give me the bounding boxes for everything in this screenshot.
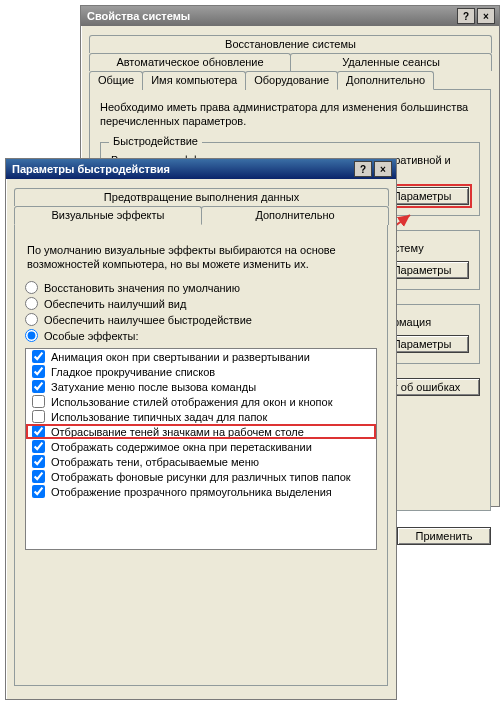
perf-radio-input-2[interactable] — [25, 313, 38, 326]
visual-effect-label-8: Отображать фоновые рисунки для различных… — [51, 471, 351, 483]
perf-radio-0[interactable]: Восстановить значения по умолчанию — [25, 281, 377, 294]
visual-effect-label-1: Гладкое прокручивание списков — [51, 366, 215, 378]
perf-tabrow-1: Предотвращение выполнения данных — [14, 187, 388, 205]
perf-tabpage: По умолчанию визуальные эффекты выбирают… — [14, 224, 388, 686]
visual-effect-checkbox-6[interactable] — [32, 440, 45, 453]
sysprops-tabrow-1: Восстановление системы — [89, 34, 491, 52]
perf-tabrow-2: Визуальные эффекты Дополнительно — [14, 205, 388, 224]
visual-effect-checkbox-7[interactable] — [32, 455, 45, 468]
visual-effects-list[interactable]: Анимация окон при свертывании и разверты… — [25, 348, 377, 550]
tab-perf-advanced[interactable]: Дополнительно — [201, 206, 389, 225]
performance-options-body: Предотвращение выполнения данных Визуаль… — [6, 179, 396, 694]
tab-auto-update[interactable]: Автоматическое обновление — [89, 53, 291, 71]
visual-effect-label-9: Отображение прозрачного прямоугольника в… — [51, 486, 332, 498]
visual-effect-label-5: Отбрасывание теней значками на рабочем с… — [51, 426, 304, 438]
visual-effect-checkbox-4[interactable] — [32, 410, 45, 423]
visual-effect-item-6[interactable]: Отображать содержимое окна при перетаски… — [26, 439, 376, 454]
tab-general[interactable]: Общие — [89, 71, 143, 90]
visual-effect-checkbox-3[interactable] — [32, 395, 45, 408]
perf-radio-label-1: Обеспечить наилучший вид — [44, 298, 186, 310]
visual-effect-checkbox-9[interactable] — [32, 485, 45, 498]
performance-options-titlebar: Параметры быстродействия ? × — [6, 159, 396, 179]
close-button[interactable]: × — [477, 8, 495, 24]
visual-effect-item-9[interactable]: Отображение прозрачного прямоугольника в… — [26, 484, 376, 499]
sysprops-intro: Необходимо иметь права администратора дл… — [100, 100, 480, 128]
sysprops-tabrow-2: Автоматическое обновление Удаленные сеан… — [89, 52, 491, 70]
visual-effect-label-6: Отображать содержимое окна при перетаски… — [51, 441, 312, 453]
perf-radio-group: Восстановить значения по умолчаниюОбеспе… — [25, 281, 377, 342]
tab-visual-effects[interactable]: Визуальные эффекты — [14, 206, 202, 225]
perf-radio-label-0: Восстановить значения по умолчанию — [44, 282, 240, 294]
perf-radio-1[interactable]: Обеспечить наилучший вид — [25, 297, 377, 310]
visual-effect-checkbox-0[interactable] — [32, 350, 45, 363]
visual-effect-checkbox-2[interactable] — [32, 380, 45, 393]
perf-intro-text: По умолчанию визуальные эффекты выбирают… — [27, 243, 375, 271]
tab-remote[interactable]: Удаленные сеансы — [290, 53, 492, 71]
visual-effect-item-4[interactable]: Использование типичных задач для папок — [26, 409, 376, 424]
visual-effect-item-1[interactable]: Гладкое прокручивание списков — [26, 364, 376, 379]
visual-effect-label-2: Затухание меню после вызова команды — [51, 381, 256, 393]
visual-effect-item-7[interactable]: Отображать тени, отбрасываемые меню — [26, 454, 376, 469]
perf-radio-input-0[interactable] — [25, 281, 38, 294]
perf-close-button[interactable]: × — [374, 161, 392, 177]
visual-effect-checkbox-1[interactable] — [32, 365, 45, 378]
visual-effect-checkbox-5[interactable] — [32, 425, 45, 438]
visual-effect-checkbox-8[interactable] — [32, 470, 45, 483]
visual-effect-label-3: Использование стилей отображения для око… — [51, 396, 332, 408]
system-properties-title: Свойства системы — [87, 10, 190, 22]
visual-effect-label-4: Использование типичных задач для папок — [51, 411, 267, 423]
visual-effect-item-3[interactable]: Использование стилей отображения для око… — [26, 394, 376, 409]
visual-effect-item-5[interactable]: Отбрасывание теней значками на рабочем с… — [26, 424, 376, 439]
performance-options-window: Параметры быстродействия ? × Предотвраще… — [5, 158, 397, 700]
perf-button-bar: OK Отмена Применить — [6, 694, 396, 701]
tab-hardware[interactable]: Оборудование — [245, 71, 338, 90]
perf-radio-label-3: Особые эффекты: — [44, 330, 138, 342]
visual-effect-item-8[interactable]: Отображать фоновые рисунки для различных… — [26, 469, 376, 484]
visual-effect-label-0: Анимация окон при свертывании и разверты… — [51, 351, 310, 363]
system-properties-titlebar: Свойства системы ? × — [81, 6, 499, 26]
tab-dep[interactable]: Предотвращение выполнения данных — [14, 188, 389, 206]
performance-options-title: Параметры быстродействия — [12, 163, 170, 175]
visual-effect-label-7: Отображать тени, отбрасываемые меню — [51, 456, 259, 468]
perf-radio-input-3[interactable] — [25, 329, 38, 342]
perf-radio-input-1[interactable] — [25, 297, 38, 310]
perf-help-button[interactable]: ? — [354, 161, 372, 177]
perf-radio-2[interactable]: Обеспечить наилучшее быстродействие — [25, 313, 377, 326]
sysprops-tabrow-3: Общие Имя компьютера Оборудование Дополн… — [89, 70, 491, 89]
help-button[interactable]: ? — [457, 8, 475, 24]
sysprops-apply-button[interactable]: Применить — [397, 527, 491, 545]
visual-effect-item-2[interactable]: Затухание меню после вызова команды — [26, 379, 376, 394]
perf-radio-3[interactable]: Особые эффекты: — [25, 329, 377, 342]
tab-computer-name[interactable]: Имя компьютера — [142, 71, 246, 90]
perf-radio-label-2: Обеспечить наилучшее быстродействие — [44, 314, 252, 326]
tab-system-restore[interactable]: Восстановление системы — [89, 35, 492, 53]
tab-advanced[interactable]: Дополнительно — [337, 71, 434, 90]
group-performance-legend: Быстродействие — [109, 135, 202, 147]
visual-effect-item-0[interactable]: Анимация окон при свертывании и разверты… — [26, 349, 376, 364]
